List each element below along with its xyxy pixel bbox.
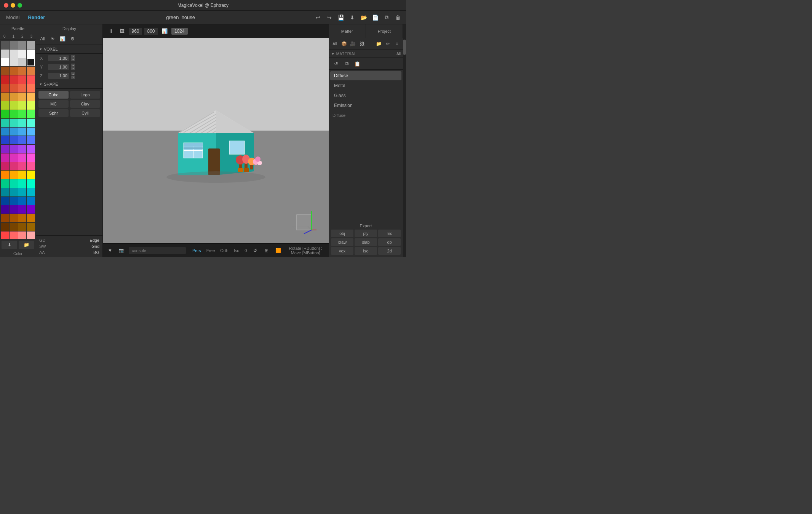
voxel-section-header[interactable]: ▼ VOXEL [36, 45, 102, 54]
color-cell-17[interactable] [10, 75, 18, 84]
voxel-y-spinner[interactable]: ▲ ▼ [71, 64, 75, 70]
setting-aa-value[interactable]: BG [93, 250, 99, 255]
color-cell-5[interactable] [10, 49, 18, 58]
view-iso-btn[interactable]: Iso [233, 248, 241, 253]
color-cell-84[interactable] [1, 223, 9, 231]
mode-render-btn[interactable]: Render [26, 14, 47, 21]
material-diffuse-item[interactable]: Diffuse [330, 71, 401, 80]
color-cell-89[interactable] [10, 231, 18, 239]
color-cell-9[interactable] [10, 58, 18, 67]
color-cell-50[interactable] [18, 145, 27, 153]
color-cell-31[interactable] [27, 101, 35, 110]
view-free-btn[interactable]: Free [205, 248, 216, 253]
color-cell-13[interactable] [10, 67, 18, 75]
close-button[interactable] [4, 3, 8, 8]
shape-clay-btn[interactable]: Clay [70, 100, 100, 108]
color-cell-51[interactable] [27, 145, 35, 153]
color-cell-3[interactable] [27, 41, 35, 49]
color-cell-11[interactable] [27, 58, 35, 67]
color-cell-43[interactable] [27, 128, 35, 136]
color-cell-78[interactable] [18, 205, 27, 214]
color-cell-67[interactable] [27, 179, 35, 188]
viewport-width-input[interactable] [129, 28, 142, 35]
color-cell-4[interactable] [1, 49, 9, 58]
voxel-x-spinner[interactable]: ▲ ▼ [71, 55, 75, 61]
palette-tab-1[interactable]: 1 [9, 33, 18, 40]
color-cell-76[interactable] [1, 205, 9, 214]
voxel-z-up[interactable]: ▲ [71, 72, 75, 75]
palette-tab-0[interactable]: 0 [0, 33, 9, 40]
color-cell-12[interactable] [1, 67, 9, 75]
color-cell-33[interactable] [10, 110, 18, 118]
color-cell-64[interactable] [1, 179, 9, 188]
color-cell-2[interactable] [18, 41, 27, 49]
shape-cyli-btn[interactable]: Cyli [70, 109, 100, 117]
voxel-y-input[interactable] [48, 64, 69, 70]
color-cell-16[interactable] [1, 75, 9, 84]
color-cell-56[interactable] [1, 162, 9, 171]
shape-mc-btn[interactable]: MC [38, 100, 69, 108]
export-iso-btn[interactable]: iso [355, 247, 377, 255]
camera-capture-icon[interactable]: 📷 [117, 246, 126, 255]
color-cell-83[interactable] [27, 214, 35, 222]
view-orth-btn[interactable]: Orth [219, 248, 229, 253]
color-cell-52[interactable] [1, 153, 9, 162]
color-cell-39[interactable] [27, 119, 35, 127]
color-cell-87[interactable] [27, 223, 35, 231]
color-cell-37[interactable] [10, 119, 18, 127]
color-cell-88[interactable] [1, 231, 9, 239]
export-icon[interactable]: ⬇ [348, 13, 356, 22]
project-folder-icon[interactable]: 📁 [375, 40, 383, 48]
viewport-canvas[interactable] [103, 38, 329, 243]
color-cell-18[interactable] [18, 75, 27, 84]
color-cell-80[interactable] [1, 214, 9, 222]
material-paste-icon[interactable]: 📋 [353, 59, 361, 68]
color-cell-82[interactable] [18, 214, 27, 222]
duplicate-icon[interactable]: ⧉ [382, 13, 391, 22]
color-cell-81[interactable] [10, 214, 18, 222]
material-metal-item[interactable]: Metal [330, 81, 401, 90]
undo-icon[interactable]: ↩ [314, 13, 322, 22]
color-cell-36[interactable] [1, 119, 9, 127]
color-cell-58[interactable] [18, 162, 27, 171]
export-xraw-btn[interactable]: xraw [331, 238, 353, 246]
color-cell-59[interactable] [27, 162, 35, 171]
color-cell-74[interactable] [18, 197, 27, 205]
voxel-x-up[interactable]: ▲ [71, 55, 75, 58]
export-2d-btn[interactable]: 2d [378, 247, 401, 255]
color-cell-7[interactable] [27, 49, 35, 58]
color-cell-69[interactable] [10, 188, 18, 196]
color-cell-42[interactable] [18, 128, 27, 136]
color-cell-0[interactable] [1, 41, 9, 49]
voxel-z-down[interactable]: ▼ [71, 76, 75, 79]
color-cell-14[interactable] [18, 67, 27, 75]
color-cell-77[interactable] [10, 205, 18, 214]
color-cell-28[interactable] [1, 101, 9, 110]
color-cell-63[interactable] [27, 171, 35, 179]
matter-tab[interactable]: Matter [329, 24, 366, 38]
color-cell-75[interactable] [27, 197, 35, 205]
shape-lego-btn[interactable]: Lego [70, 91, 100, 99]
color-cell-55[interactable] [27, 153, 35, 162]
export-qb-btn[interactable]: qb [378, 238, 401, 246]
export-mc-btn[interactable]: mc [378, 230, 401, 237]
display-chart-icon[interactable]: 📊 [58, 35, 67, 43]
color-cell-72[interactable] [1, 197, 9, 205]
voxel-z-input[interactable] [48, 73, 69, 79]
project-edit-icon[interactable]: ✏ [384, 40, 392, 48]
color-cell-24[interactable] [1, 93, 9, 101]
color-cell-40[interactable] [1, 128, 9, 136]
color-cell-61[interactable] [10, 171, 18, 179]
color-cell-68[interactable] [1, 188, 9, 196]
viewport-height-input[interactable] [144, 28, 158, 35]
color-cell-45[interactable] [10, 136, 18, 144]
export-ply-btn[interactable]: ply [355, 230, 377, 237]
color-cell-47[interactable] [27, 136, 35, 144]
color-cell-35[interactable] [27, 110, 35, 118]
view-pers-btn[interactable]: Pers [191, 248, 202, 253]
setting-sw-value[interactable]: Grid [91, 244, 99, 249]
project-list-icon[interactable]: ≡ [393, 40, 401, 48]
color-cell-27[interactable] [27, 93, 35, 101]
color-cell-19[interactable] [27, 75, 35, 84]
project-tab[interactable]: Project [366, 24, 403, 38]
